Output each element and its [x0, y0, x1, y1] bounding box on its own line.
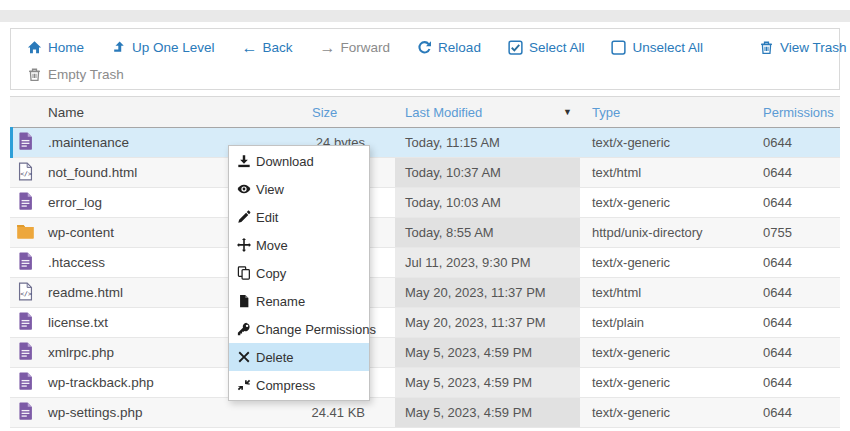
file-permissions: 0644 [755, 135, 840, 150]
menu-item-download[interactable]: Download [229, 147, 369, 175]
folder-icon [16, 222, 35, 244]
file-type: text/html [580, 165, 755, 180]
eye-icon [237, 182, 251, 196]
menu-item-rename-label: Rename [256, 294, 305, 309]
toolbar-empty-trash-label: Empty Trash [48, 67, 124, 82]
file-last-modified: Today, 8:55 AM [395, 218, 580, 247]
file-type: text/plain [580, 315, 755, 330]
top-strip [0, 10, 850, 22]
file-last-modified: Today, 11:15 AM [395, 128, 580, 157]
table-header-row: Name Size Last Modified ▼ Type Permissio… [10, 96, 840, 128]
toolbar-forward-label: Forward [341, 40, 391, 55]
menu-item-copy-label: Copy [256, 266, 286, 281]
file-last-modified: Jul 11, 2023, 9:30 PM [395, 248, 580, 277]
table-row[interactable]: .maintenance24 bytesToday, 11:15 AMtext/… [10, 128, 840, 158]
toolbar-view-trash-label: View Trash [780, 40, 847, 55]
file-icon [237, 294, 251, 308]
header-name[interactable]: Name [40, 105, 300, 120]
file-permissions: 0644 [755, 315, 840, 330]
menu-item-compress-label: Compress [256, 378, 315, 393]
table-body: .maintenance24 bytesToday, 11:15 AMtext/… [10, 128, 840, 428]
table-row[interactable]: </>readme.htmlMay 20, 2023, 11:37 PMtext… [10, 278, 840, 308]
toolbar-reload-button[interactable]: Reload [417, 40, 481, 55]
file-permissions: 0644 [755, 345, 840, 360]
toolbar-forward-button[interactable]: →Forward [320, 40, 391, 55]
table-row[interactable]: error_logToday, 10:03 AMtext/x-generic06… [10, 188, 840, 218]
file-last-modified: Today, 10:03 AM [395, 188, 580, 217]
toolbar-empty-trash-button[interactable]: Empty Trash [27, 67, 124, 82]
file-permissions: 0644 [755, 255, 840, 270]
toolbar-row-2: Empty Trash [27, 61, 839, 88]
file-text-icon [16, 252, 35, 274]
back-arrow-icon: ← [242, 40, 257, 55]
file-text-icon [16, 312, 35, 334]
selected-row-bar [10, 127, 13, 158]
toolbar-unselect-all-button[interactable]: Unselect All [611, 40, 703, 55]
toolbar-up-one-level-label: Up One Level [132, 40, 215, 55]
move-icon [237, 238, 251, 252]
file-text-icon [16, 192, 35, 214]
pencil-icon [237, 210, 251, 224]
toolbar-row-1: HomeUp One Level←Back→ForwardReloadSelec… [27, 34, 839, 61]
menu-item-rename[interactable]: Rename [229, 287, 369, 315]
file-type: text/x-generic [580, 195, 755, 210]
file-permissions: 0644 [755, 375, 840, 390]
header-last-modified-label: Last Modified [405, 105, 482, 120]
table-row[interactable]: wp-trackback.phpMay 5, 2023, 4:59 PMtext… [10, 368, 840, 398]
toolbar-unselect-all-label: Unselect All [632, 40, 703, 55]
file-table: Name Size Last Modified ▼ Type Permissio… [10, 96, 840, 428]
menu-item-edit[interactable]: Edit [229, 203, 369, 231]
file-type: text/x-generic [580, 345, 755, 360]
header-permissions[interactable]: Permissions [755, 105, 840, 120]
context-menu: DownloadViewEditMoveCopyRenameChange Per… [228, 145, 370, 401]
file-type: text/x-generic [580, 375, 755, 390]
file-type: httpd/unix-directory [580, 225, 755, 240]
file-size: 24.41 KB [300, 405, 395, 420]
svg-text:</>: </> [20, 289, 32, 297]
download-icon [237, 154, 251, 168]
menu-item-move[interactable]: Move [229, 231, 369, 259]
toolbar-home-button[interactable]: Home [27, 40, 84, 55]
file-permissions: 0644 [755, 405, 840, 420]
toolbar: HomeUp One Level←Back→ForwardReloadSelec… [10, 28, 840, 90]
file-last-modified: May 20, 2023, 11:37 PM [395, 278, 580, 307]
file-text-icon [16, 372, 35, 394]
file-last-modified: May 5, 2023, 4:59 PM [395, 338, 580, 367]
forward-arrow-icon: → [320, 40, 335, 55]
header-size[interactable]: Size [300, 105, 395, 120]
menu-item-copy[interactable]: Copy [229, 259, 369, 287]
key-icon [237, 322, 251, 336]
file-permissions: 0644 [755, 165, 840, 180]
file-code-icon: </> [16, 162, 35, 184]
menu-item-move-label: Move [256, 238, 288, 253]
menu-item-change-permissions[interactable]: Change Permissions [229, 315, 369, 343]
header-type[interactable]: Type [580, 105, 755, 120]
toolbar-up-one-level-button[interactable]: Up One Level [111, 40, 215, 55]
header-last-modified[interactable]: Last Modified ▼ [395, 97, 580, 127]
table-row[interactable]: .htaccessJul 11, 2023, 9:30 PMtext/x-gen… [10, 248, 840, 278]
table-row[interactable]: license.txtMay 20, 2023, 11:37 PMtext/pl… [10, 308, 840, 338]
file-text-icon [16, 402, 35, 424]
table-row[interactable]: wp-contentToday, 8:55 AMhttpd/unix-direc… [10, 218, 840, 248]
copy-icon [237, 266, 251, 280]
svg-text:</>: </> [20, 169, 32, 177]
toolbar-back-button[interactable]: ←Back [242, 40, 293, 55]
x-icon [237, 350, 251, 364]
menu-item-compress[interactable]: Compress [229, 371, 369, 399]
file-permissions: 0644 [755, 285, 840, 300]
toolbar-select-all-button[interactable]: Select All [508, 40, 585, 55]
toolbar-back-label: Back [263, 40, 293, 55]
table-row[interactable]: wp-settings.php24.41 KBMay 5, 2023, 4:59… [10, 398, 840, 428]
menu-item-view-label: View [256, 182, 284, 197]
menu-item-view[interactable]: View [229, 175, 369, 203]
toolbar-view-trash-button[interactable]: View Trash [759, 40, 847, 55]
sort-desc-icon[interactable]: ▼ [563, 107, 572, 117]
file-text-icon [16, 132, 35, 154]
table-row[interactable]: </>not_found.htmlToday, 10:37 AMtext/htm… [10, 158, 840, 188]
menu-item-delete[interactable]: Delete [229, 343, 369, 371]
file-code-icon: </> [16, 282, 35, 304]
file-type: text/x-generic [580, 405, 755, 420]
table-row[interactable]: xmlrpc.phpMay 5, 2023, 4:59 PMtext/x-gen… [10, 338, 840, 368]
trash-icon [759, 40, 774, 55]
file-text-icon [16, 342, 35, 364]
